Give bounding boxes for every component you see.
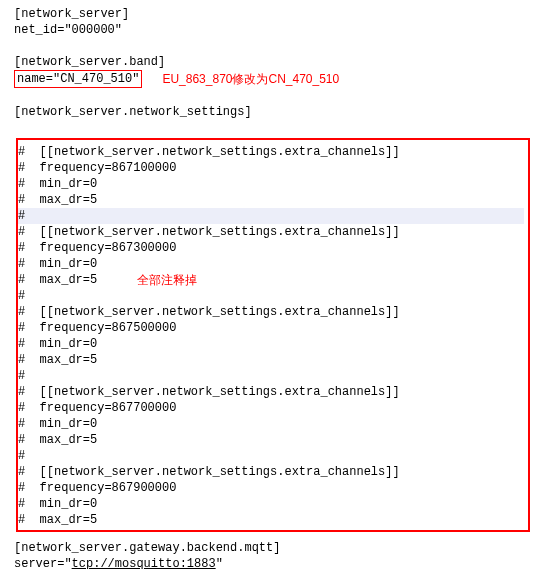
ch2-max: # max_dr=5 bbox=[18, 352, 524, 368]
ch4-head: # [[network_server.network_settings.extr… bbox=[18, 464, 524, 480]
ch1-head: # [[network_server.network_settings.extr… bbox=[18, 224, 524, 240]
section-network-settings: [network_server.network_settings] bbox=[14, 104, 540, 120]
band-name-box: name="CN_470_510" bbox=[14, 70, 142, 88]
net-id-line: net_id="000000" bbox=[14, 22, 540, 38]
ch2-head: # [[network_server.network_settings.extr… bbox=[18, 304, 524, 320]
blank bbox=[14, 38, 540, 54]
config-file-view: [network_server] net_id="000000" [networ… bbox=[0, 0, 540, 569]
ch3-head: # [[network_server.network_settings.extr… bbox=[18, 384, 524, 400]
ch0-head: # [[network_server.network_settings.extr… bbox=[18, 144, 524, 160]
ch2-min: # min_dr=0 bbox=[18, 336, 524, 352]
highlighted-cursor-line: # bbox=[18, 208, 524, 224]
server-line: server="tcp://mosquitto:1883" bbox=[14, 556, 540, 569]
ch1-min: # min_dr=0 bbox=[18, 256, 524, 272]
ch1-max-row: # max_dr=5 全部注释掉 bbox=[18, 272, 524, 288]
blank bbox=[14, 120, 540, 136]
blank: # bbox=[18, 368, 524, 384]
section-network-server: [network_server] bbox=[14, 6, 540, 22]
band-name-line: name="CN_470_510" bbox=[17, 72, 139, 86]
ch4-max: # max_dr=5 bbox=[18, 512, 524, 528]
server-url: tcp://mosquitto:1883 bbox=[72, 557, 216, 569]
ch3-freq: # frequency=867700000 bbox=[18, 400, 524, 416]
ch0-freq: # frequency=867100000 bbox=[18, 160, 524, 176]
annotation-band: EU_863_870修改为CN_470_510 bbox=[162, 71, 339, 87]
ch4-min: # min_dr=0 bbox=[18, 496, 524, 512]
ch3-max: # max_dr=5 bbox=[18, 432, 524, 448]
ch3-min: # min_dr=0 bbox=[18, 416, 524, 432]
blank: # bbox=[18, 288, 524, 304]
ch2-freq: # frequency=867500000 bbox=[18, 320, 524, 336]
band-name-row: name="CN_470_510" EU_863_870修改为CN_470_51… bbox=[14, 70, 540, 88]
extra-channels-box: # [[network_server.network_settings.extr… bbox=[16, 138, 530, 532]
ch4-freq: # frequency=867900000 bbox=[18, 480, 524, 496]
ch0-max: # max_dr=5 bbox=[18, 192, 524, 208]
blank bbox=[14, 88, 540, 104]
annotation-comment-all: 全部注释掉 bbox=[137, 272, 197, 288]
section-mqtt: [network_server.gateway.backend.mqtt] bbox=[14, 540, 540, 556]
ch0-min: # min_dr=0 bbox=[18, 176, 524, 192]
section-band: [network_server.band] bbox=[14, 54, 540, 70]
blank: # bbox=[18, 448, 524, 464]
ch1-freq: # frequency=867300000 bbox=[18, 240, 524, 256]
